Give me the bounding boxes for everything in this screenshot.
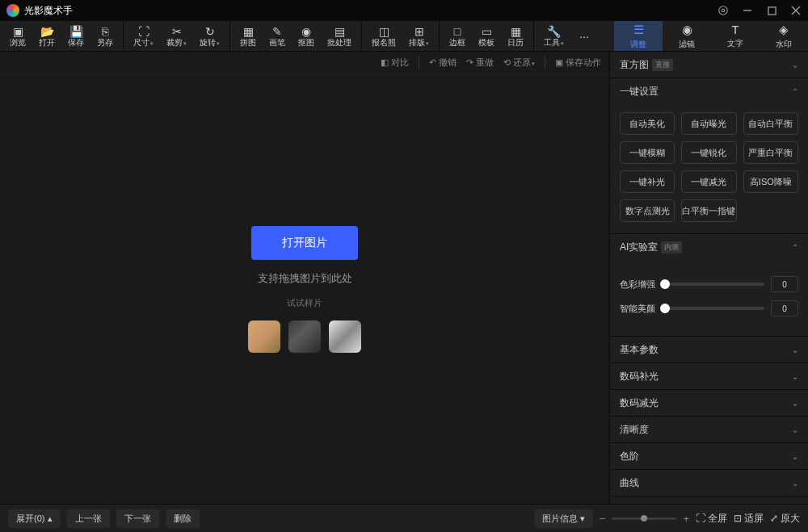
open-folder-icon: 📂 bbox=[40, 26, 53, 37]
oneclick-1[interactable]: 自动曝光 bbox=[681, 112, 736, 135]
collage-button[interactable]: ▦拼图 bbox=[234, 21, 263, 51]
oneclick-4[interactable]: 一键锐化 bbox=[681, 141, 736, 164]
browse-button[interactable]: ▣浏览 bbox=[3, 21, 32, 51]
canvas-action-bar: ◧对比 ↶撤销 ↷重做 ⟲还原 ▣保存动作 bbox=[0, 52, 609, 74]
open-button[interactable]: 📂打开 bbox=[32, 21, 61, 51]
chevron-down-icon: ⌄ bbox=[792, 346, 798, 354]
original-size-button[interactable]: ⤢原大 bbox=[770, 512, 800, 526]
border-button[interactable]: □边框 bbox=[443, 21, 472, 51]
color-enhance-value: 0 bbox=[771, 276, 798, 292]
batch-icon: ▤ bbox=[333, 26, 346, 37]
saveas-button[interactable]: ⎘另存 bbox=[90, 21, 120, 51]
brush-button[interactable]: ✎画笔 bbox=[263, 21, 292, 51]
chevron-down-icon: ⌄ bbox=[792, 61, 798, 69]
restore-icon: ⟲ bbox=[503, 57, 511, 68]
expand-icon: ⤢ bbox=[770, 513, 778, 524]
template-button[interactable]: ▭模板 bbox=[472, 21, 501, 51]
zoom-in-button[interactable]: + bbox=[683, 513, 689, 525]
watermark-icon: ◈ bbox=[779, 23, 789, 37]
sliders-icon: ☰ bbox=[633, 23, 644, 37]
cutout-button[interactable]: ◉抠图 bbox=[292, 21, 321, 51]
chevron-up-icon: ⌃ bbox=[792, 87, 798, 96]
brush-icon: ✎ bbox=[271, 26, 284, 37]
tools-button[interactable]: 🔧工具 bbox=[537, 21, 570, 51]
oneclick-6[interactable]: 一键补光 bbox=[620, 170, 675, 193]
sample-image-2[interactable] bbox=[288, 320, 321, 353]
zoom-out-button[interactable]: − bbox=[600, 513, 606, 525]
beauty-slider[interactable] bbox=[665, 307, 764, 310]
oneclick-8[interactable]: 高ISO降噪 bbox=[743, 170, 798, 193]
sample-hint-text: 试试样片 bbox=[287, 297, 322, 309]
restore-button[interactable]: ⟲还原 bbox=[503, 57, 535, 69]
oneclick-0[interactable]: 自动美化 bbox=[620, 112, 675, 135]
settings-icon[interactable] bbox=[718, 5, 729, 16]
app-title: 光影魔术手 bbox=[24, 4, 718, 18]
oneclick-5[interactable]: 严重白平衡 bbox=[743, 141, 798, 164]
sample-image-1[interactable] bbox=[248, 320, 280, 353]
save-action-button[interactable]: ▣保存动作 bbox=[555, 57, 601, 69]
more-button[interactable]: ··· bbox=[570, 21, 598, 51]
minimize-icon[interactable] bbox=[742, 5, 753, 16]
expand-button[interactable]: 展开(0) ▴ bbox=[8, 509, 61, 528]
crop-icon: ✂ bbox=[170, 26, 183, 37]
app-logo-icon bbox=[6, 4, 19, 17]
save-button[interactable]: 💾保存 bbox=[61, 21, 90, 51]
section-3[interactable]: 清晰度⌄ bbox=[610, 417, 808, 442]
maximize-icon[interactable] bbox=[766, 5, 777, 16]
section-5[interactable]: 曲线⌄ bbox=[610, 470, 808, 496]
layout-button[interactable]: ⊞排版 bbox=[402, 21, 436, 51]
undo-button[interactable]: ↶撤销 bbox=[429, 57, 457, 69]
tab-text[interactable]: T文字 bbox=[711, 21, 760, 51]
tab-watermark[interactable]: ◈水印 bbox=[760, 21, 808, 51]
oneclick-7[interactable]: 一键减光 bbox=[681, 170, 736, 193]
svg-point-1 bbox=[719, 6, 728, 15]
border-icon: □ bbox=[451, 26, 464, 37]
compare-toggle[interactable]: ◧对比 bbox=[381, 57, 409, 69]
next-button[interactable]: 下一张 bbox=[116, 509, 159, 528]
redo-button[interactable]: ↷重做 bbox=[466, 57, 494, 69]
section-4[interactable]: 色阶⌄ bbox=[610, 443, 808, 469]
main-toolbar: ▣浏览 📂打开 💾保存 ⎘另存 ⛶尺寸 ✂裁剪 ↻旋转 ▦拼图 ✎画笔 ◉抠图 … bbox=[0, 21, 808, 52]
imginfo-button[interactable]: 图片信息 ▾ bbox=[534, 509, 593, 528]
layout-icon: ⊞ bbox=[413, 26, 426, 37]
delete-button[interactable]: 删除 bbox=[166, 509, 200, 528]
close-icon[interactable] bbox=[790, 5, 802, 16]
section-2[interactable]: 数码减光⌄ bbox=[610, 390, 808, 416]
beauty-value: 0 bbox=[771, 300, 798, 316]
chevron-down-icon: ⌄ bbox=[792, 372, 798, 381]
crop-button[interactable]: ✂裁剪 bbox=[160, 21, 193, 51]
color-enhance-slider[interactable] bbox=[665, 283, 764, 286]
oneclick-9[interactable]: 数字点测光 bbox=[620, 199, 675, 222]
section-0[interactable]: 基本参数⌄ bbox=[610, 337, 808, 362]
section-histogram[interactable]: 直方图直接 ⌄ bbox=[610, 52, 808, 77]
oneclick-2[interactable]: 自动白平衡 bbox=[743, 112, 798, 135]
tab-adjust[interactable]: ☰调整 bbox=[614, 21, 663, 51]
prev-button[interactable]: 上一张 bbox=[67, 509, 110, 528]
rotate-button[interactable]: ↻旋转 bbox=[193, 21, 226, 51]
oneclick-10[interactable]: 白平衡一指键 bbox=[681, 199, 736, 222]
batch-button[interactable]: ▤批处理 bbox=[321, 21, 358, 51]
idphoto-button[interactable]: ◫报名照 bbox=[365, 21, 402, 51]
chevron-down-icon: ⌄ bbox=[792, 452, 798, 461]
chevron-up-icon: ⌃ bbox=[792, 243, 798, 252]
section-1[interactable]: 数码补光⌄ bbox=[610, 363, 808, 389]
text-icon: T bbox=[731, 23, 739, 36]
section-ailab[interactable]: AI实验室内测 ⌃ bbox=[610, 234, 808, 260]
section-oneclick[interactable]: 一键设置⌃ bbox=[610, 78, 808, 104]
zoom-slider[interactable] bbox=[612, 517, 676, 520]
undo-icon: ↶ bbox=[429, 57, 436, 68]
open-image-button[interactable]: 打开图片 bbox=[251, 226, 358, 260]
fullscreen-button[interactable]: ⛶全屏 bbox=[696, 512, 727, 526]
oneclick-3[interactable]: 一键模糊 bbox=[620, 141, 675, 164]
sample-image-3[interactable] bbox=[329, 320, 361, 353]
title-bar: 光影魔术手 bbox=[0, 0, 808, 21]
tab-filter[interactable]: ◉滤镜 bbox=[663, 21, 711, 51]
fit-button[interactable]: ⊡适屏 bbox=[734, 512, 764, 526]
wrench-icon: 🔧 bbox=[548, 26, 561, 37]
size-button[interactable]: ⛶尺寸 bbox=[127, 21, 160, 51]
calendar-button[interactable]: ▦日历 bbox=[501, 21, 530, 51]
template-icon: ▭ bbox=[480, 26, 493, 37]
section-6[interactable]: 色彩平衡⌄ bbox=[610, 496, 808, 504]
filter-icon: ◉ bbox=[682, 23, 692, 37]
canvas-empty-state: 打开图片 支持拖拽图片到此处 试试样片 bbox=[0, 74, 609, 504]
